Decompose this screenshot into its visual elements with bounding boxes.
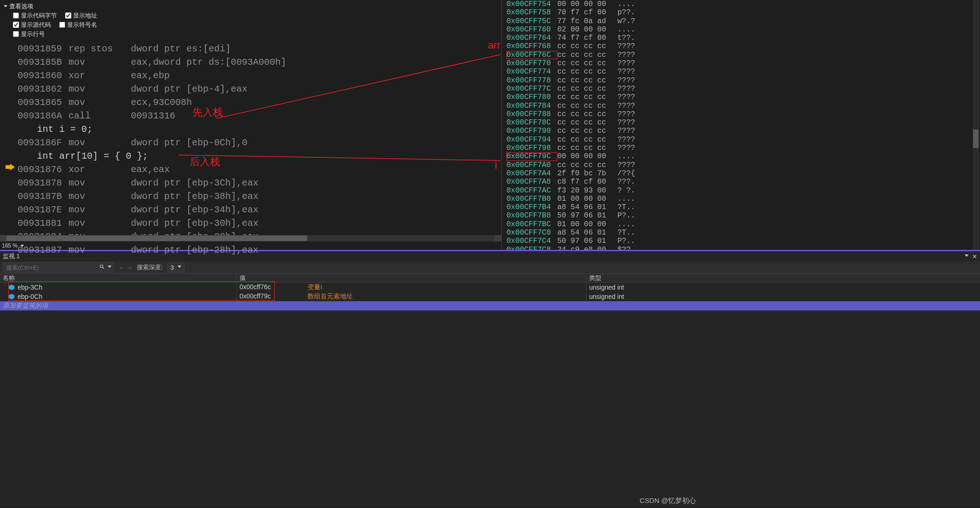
memory-row[interactable]: 0x00CFF780cc cc cc cc????	[506, 93, 980, 101]
memory-row[interactable]: 0x00CFF7BC01 00 00 00....	[506, 220, 980, 229]
search-next-icon[interactable]: →	[126, 264, 132, 271]
memory-row[interactable]: 0x00CFF768cc cc cc cc????	[506, 42, 980, 50]
memory-row[interactable]: 0x00CFF7B850 97 06 01P?..	[506, 211, 980, 220]
svg-point-3	[100, 265, 103, 267]
code-line[interactable]: int i = 0;	[0, 123, 501, 136]
search-icon[interactable]	[97, 264, 108, 271]
code-line[interactable]: int arr[10] = { 0 };	[0, 149, 501, 163]
watch-add-row[interactable]: 添加要监视的项	[0, 301, 980, 310]
checkbox-show-code-bytes[interactable]	[13, 12, 19, 19]
memory-bytes: cc cc cc cc	[557, 161, 617, 169]
disassembly-listing[interactable]: 00931859rep stosdword ptr es:[edi]009318…	[0, 40, 501, 257]
code-line[interactable]: 00931878movdword ptr [ebp-3Ch],eax	[0, 176, 501, 190]
code-line[interactable]: 00931859rep stosdword ptr es:[edi]	[0, 42, 501, 56]
memory-bytes: cc cc cc cc	[557, 59, 617, 68]
search-prev-icon[interactable]: ←	[118, 264, 124, 271]
memory-row[interactable]: 0x00CFF778cc cc cc cc????	[506, 76, 980, 85]
memory-row[interactable]: 0x00CFF788cc cc cc cc????	[506, 110, 980, 118]
memory-ascii: t??.	[617, 34, 635, 42]
code-line[interactable]: 00931860xoreax,ebp	[0, 69, 501, 82]
checkbox-show-symbols[interactable]	[59, 22, 65, 28]
option-show-source[interactable]: 显示源代码	[13, 21, 51, 29]
memory-row[interactable]: 0x00CFF7B001 00 00 00....	[506, 195, 980, 203]
code-line[interactable]: 0093185Bmoveax,dword ptr ds:[0093A000h]	[0, 56, 501, 69]
memory-row[interactable]: 0x00CFF7A8c8 f7 cf 00???.	[506, 178, 980, 186]
memory-row[interactable]: 0x00CFF76Ccc cc cc cc????	[506, 51, 980, 59]
memory-row[interactable]: 0x00CFF76002 00 00 00....	[506, 25, 980, 34]
code-line[interactable]: 00931862movdword ptr [ebp-4],eax	[0, 82, 501, 96]
code-line[interactable]: 00931876xoreax,eax	[0, 163, 501, 176]
watch-value-cell[interactable]: 0x00cff76c变量i	[237, 283, 586, 291]
memory-bytes: 00 00 00 00	[557, 152, 617, 161]
memory-row[interactable]: 0x00CFF794cc cc cc cc????	[506, 136, 980, 144]
view-options-toggle[interactable]: 查看选项	[4, 2, 33, 11]
watch-name-cell[interactable]: ebp-3Ch	[0, 284, 237, 291]
memory-panel[interactable]: 0x00CFF75400 00 00 00....0x00CFF75870 f7…	[502, 0, 980, 250]
memory-row[interactable]: 0x00CFF7B4a8 54 06 01?T..	[506, 203, 980, 211]
horizontal-scrollbar[interactable]	[0, 235, 501, 242]
header-type[interactable]: 类型	[586, 274, 980, 282]
zoom-level[interactable]: 165 %	[2, 242, 18, 249]
checkbox-show-source[interactable]	[13, 22, 19, 28]
option-show-address[interactable]: 显示地址	[65, 12, 97, 20]
memory-ascii: ????	[617, 68, 635, 76]
watch-search-input[interactable]	[3, 263, 97, 272]
memory-scrollbar[interactable]	[973, 0, 979, 250]
search-depth-select[interactable]: 3	[167, 263, 185, 273]
memory-address: 0x00CFF7C4	[506, 237, 557, 245]
memory-row[interactable]: 0x00CFF76474 f7 cf 00t??.	[506, 34, 980, 42]
watch-name-cell[interactable]: ebp-0Ch	[0, 293, 237, 300]
watch-value-cell[interactable]: 0x00cff79c数组首元素地址	[237, 292, 586, 301]
memory-row[interactable]: 0x00CFF79C00 00 00 00....	[506, 152, 980, 161]
code-line[interactable]: 0093186Acall00931316	[0, 109, 501, 123]
search-dropdown-icon[interactable]	[108, 266, 111, 269]
search-depth-label: 搜索深度:	[137, 263, 163, 272]
instruction-address: 0093187E	[18, 203, 68, 217]
watch-value: 0x00cff76c	[240, 283, 271, 291]
scrollbar-thumb[interactable]	[6, 235, 307, 241]
header-value[interactable]: 值	[237, 274, 586, 282]
memory-row[interactable]: 0x00CFF790cc cc cc cc????	[506, 127, 980, 135]
memory-row[interactable]: 0x00CFF7ACf3 20 93 00? ?.	[506, 186, 980, 195]
memory-row[interactable]: 0x00CFF770cc cc cc cc????	[506, 59, 980, 68]
memory-row[interactable]: 0x00CFF75870 f7 cf 00p??.	[506, 8, 980, 17]
code-line[interactable]: 00931887movdword ptr [ebp-28h],eax	[0, 243, 501, 257]
memory-row[interactable]: 0x00CFF77Ccc cc cc cc????	[506, 85, 980, 93]
code-line[interactable]: 0093187Bmovdword ptr [ebp-38h],eax	[0, 190, 501, 203]
code-line[interactable]: 00931865movecx,93C008h	[0, 96, 501, 109]
option-show-linenum[interactable]: 显示行号	[13, 30, 45, 38]
memory-row[interactable]: 0x00CFF784cc cc cc cc????	[506, 102, 980, 110]
zoom-dropdown-icon[interactable]	[20, 245, 24, 247]
memory-row[interactable]: 0x00CFF7C824 c9 e8 00$??	[506, 246, 980, 250]
option-show-code-bytes[interactable]: 显示代码字节	[13, 12, 57, 20]
checkbox-show-linenum[interactable]	[13, 31, 19, 37]
memory-row[interactable]: 0x00CFF75400 00 00 00....	[506, 0, 980, 8]
memory-address: 0x00CFF7B0	[506, 195, 557, 203]
close-icon[interactable]: ✕	[972, 253, 977, 260]
memory-ascii: ....	[617, 25, 635, 34]
mnemonic: rep stos	[68, 42, 131, 56]
memory-row[interactable]: 0x00CFF7C450 97 06 01P?..	[506, 237, 980, 245]
memory-row[interactable]: 0x00CFF7A0cc cc cc cc????	[506, 161, 980, 169]
code-line[interactable]: 0093187Emovdword ptr [ebp-34h],eax	[0, 203, 501, 217]
watch-row[interactable]: ebp-3Ch0x00cff76c变量iunsigned int	[0, 283, 980, 292]
memory-row[interactable]: 0x00CFF774cc cc cc cc????	[506, 68, 980, 76]
watch-row[interactable]: ebp-0Ch0x00cff79c数组首元素地址unsigned int	[0, 292, 980, 301]
watch-search-box[interactable]	[3, 262, 114, 273]
checkbox-show-address[interactable]	[65, 12, 71, 19]
memory-row[interactable]: 0x00CFF7A42f f0 bc 7b/??{	[506, 169, 980, 178]
scroll-right-button[interactable]	[495, 235, 501, 242]
memory-row[interactable]: 0x00CFF798cc cc cc cc????	[506, 144, 980, 152]
scroll-left-button[interactable]	[0, 235, 6, 242]
memory-bytes: 02 00 00 00	[557, 25, 617, 34]
code-line[interactable]: 00931881movdword ptr [ebp-30h],eax	[0, 217, 501, 230]
memory-row[interactable]: 0x00CFF75C77 fc 0a adw?.?	[506, 17, 980, 25]
memory-row[interactable]: 0x00CFF7C0a8 54 06 01?T..	[506, 229, 980, 237]
code-line[interactable]: 0093186Fmovdword ptr [ebp-0Ch],0	[0, 136, 501, 149]
memory-bytes: 50 97 06 01	[557, 211, 617, 220]
memory-scrollbar-thumb[interactable]	[973, 130, 979, 148]
watch-window-options-icon[interactable]	[965, 254, 968, 258]
option-show-symbols[interactable]: 显示符号名	[59, 21, 97, 29]
header-name[interactable]: 名称	[0, 274, 237, 282]
memory-row[interactable]: 0x00CFF78Ccc cc cc cc????	[506, 118, 980, 127]
